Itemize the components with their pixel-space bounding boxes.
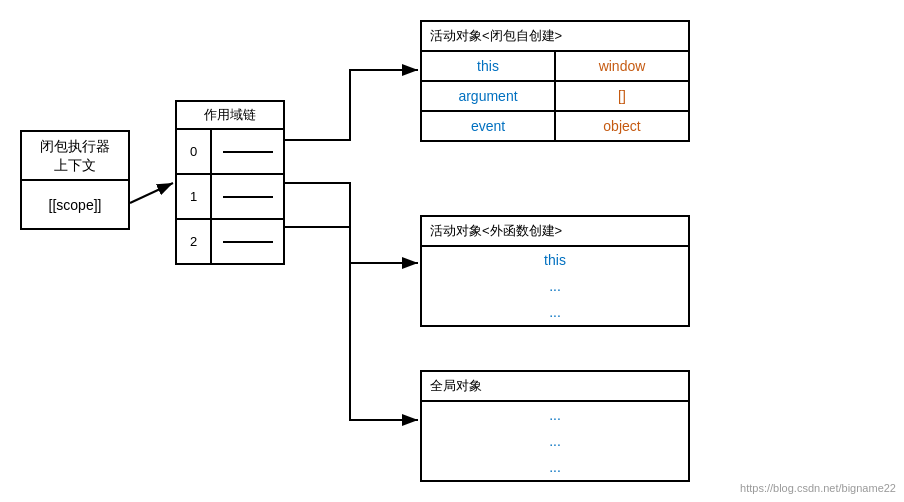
- closure-executor-title: 闭包执行器 上下文: [22, 132, 128, 181]
- scope-chain-row-2: 2: [177, 220, 283, 263]
- ao-outer-row-2: ...: [422, 299, 688, 325]
- ao-closure-box: 活动对象<闭包自创建> this window argument [] even…: [420, 20, 690, 142]
- scope-row-val-2: [212, 220, 283, 263]
- closure-executor-scope: [[scope]]: [22, 181, 128, 228]
- ao-outer-row-this: this: [422, 247, 688, 273]
- ao-closure-row-event: event object: [422, 112, 688, 140]
- diagram: 闭包执行器 上下文 [[scope]] 作用域链 0 1 2 活动对象<闭包自创…: [0, 0, 904, 502]
- arrow-chain-2-to-global: [285, 227, 418, 420]
- scope-row-num-1: 1: [177, 175, 212, 218]
- scope-row-num-0: 0: [177, 130, 212, 173]
- global-obj-row-3: ...: [422, 454, 688, 480]
- ao-closure-val-this: window: [556, 52, 688, 80]
- ao-closure-val-argument: []: [556, 82, 688, 110]
- ao-closure-key-this: this: [422, 52, 556, 80]
- ao-closure-row-argument: argument []: [422, 82, 688, 112]
- ao-closure-key-argument: argument: [422, 82, 556, 110]
- ao-closure-val-event: object: [556, 112, 688, 140]
- ao-closure-key-event: event: [422, 112, 556, 140]
- global-obj-title: 全局对象: [422, 372, 688, 402]
- global-obj-row-2: ...: [422, 428, 688, 454]
- scope-chain-title: 作用域链: [177, 102, 283, 130]
- ao-outer-box: 活动对象<外函数创建> this ... ...: [420, 215, 690, 327]
- scope-chain-row-0: 0: [177, 130, 283, 175]
- watermark: https://blog.csdn.net/bigname22: [740, 482, 896, 494]
- closure-executor-box: 闭包执行器 上下文 [[scope]]: [20, 130, 130, 230]
- scope-row-val-1: [212, 175, 283, 218]
- arrow-chain-1-to-ao-outer: [285, 183, 418, 263]
- arrow-scope-to-chain: [130, 183, 173, 203]
- scope-chain-box: 作用域链 0 1 2: [175, 100, 285, 265]
- scope-row-num-2: 2: [177, 220, 212, 263]
- ao-closure-title: 活动对象<闭包自创建>: [422, 22, 688, 52]
- scope-chain-row-1: 1: [177, 175, 283, 220]
- ao-outer-row-1: ...: [422, 273, 688, 299]
- global-obj-box: 全局对象 ... ... ...: [420, 370, 690, 482]
- ao-outer-title: 活动对象<外函数创建>: [422, 217, 688, 247]
- arrow-chain-0-to-ao-closure: [285, 70, 418, 140]
- ao-closure-row-this: this window: [422, 52, 688, 82]
- scope-row-val-0: [212, 130, 283, 173]
- global-obj-row-1: ...: [422, 402, 688, 428]
